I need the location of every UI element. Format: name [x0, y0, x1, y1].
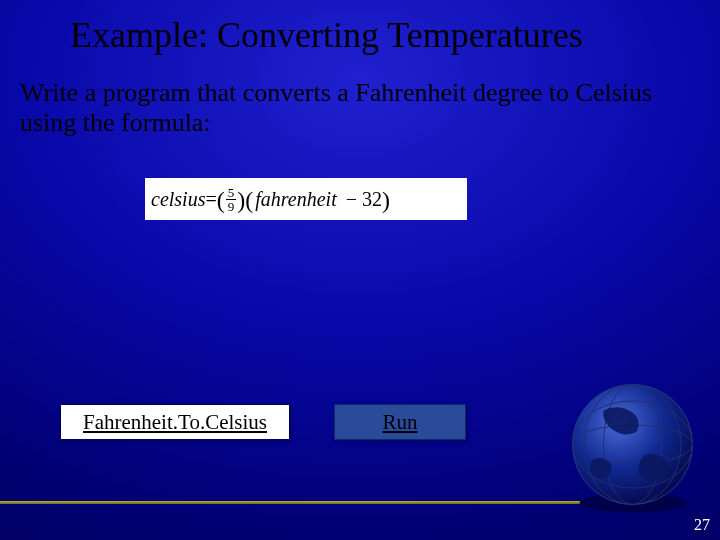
formula-box: celsius = ( 5 9 ) ( fahrenheit − 32 )	[145, 178, 467, 220]
formula-eq: =	[205, 188, 216, 211]
slide: Example: Converting Temperatures Write a…	[0, 0, 720, 540]
formula-frac-num: 5	[226, 186, 237, 200]
formula-frac-den: 9	[226, 200, 237, 213]
slide-title: Example: Converting Temperatures	[70, 14, 690, 56]
formula-lhs: celsius	[151, 188, 205, 211]
run-label: Run	[382, 410, 417, 435]
code-link-label: Fahrenheit.To.Celsius	[83, 410, 267, 435]
run-button[interactable]: Run	[334, 404, 466, 440]
formula-rhs-var: fahrenheit	[255, 188, 336, 211]
globe-icon	[555, 367, 710, 522]
svg-point-5	[572, 425, 692, 464]
svg-point-0	[579, 493, 686, 512]
svg-point-1	[572, 384, 692, 504]
formula-paren-open-1: (	[217, 187, 225, 214]
footer-divider	[0, 501, 580, 504]
svg-point-6	[572, 401, 692, 488]
formula-fraction: 5 9	[226, 186, 237, 213]
svg-point-2	[572, 384, 692, 504]
formula-paren-open-2: (	[245, 187, 253, 214]
svg-point-4	[584, 384, 681, 504]
svg-point-3	[603, 384, 661, 504]
formula-rhs-const: 32	[362, 188, 382, 211]
page-number: 27	[694, 516, 710, 534]
formula-paren-close-1: )	[237, 187, 245, 214]
slide-body-text: Write a program that converts a Fahrenhe…	[20, 78, 660, 138]
formula-minus: −	[341, 188, 362, 211]
code-link-button[interactable]: Fahrenheit.To.Celsius	[60, 404, 290, 440]
formula-paren-close-2: )	[382, 187, 390, 214]
